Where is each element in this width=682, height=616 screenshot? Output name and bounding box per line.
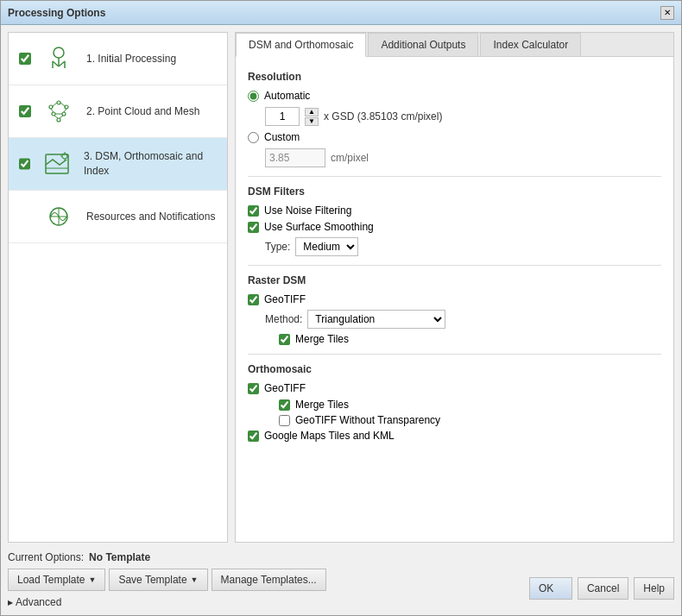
sidebar-item-initial-processing[interactable]: 1. Initial Processing <box>9 33 227 85</box>
svg-line-13 <box>60 103 66 107</box>
tab-bar: DSM and Orthomosaic Additional Outputs I… <box>236 33 673 57</box>
svg-point-10 <box>62 112 66 116</box>
geotiff-no-transparency-row: GeoTIFF Without Transparency <box>279 414 661 426</box>
sidebar: 1. Initial Processing <box>8 32 228 543</box>
merge-tiles-dsm-checkbox[interactable] <box>279 334 290 345</box>
chevron-right-icon: ▶ <box>8 599 13 607</box>
svg-line-15 <box>64 109 66 112</box>
tab-content-dsm: Resolution Automatic ▲ ▼ x GSD (3.85103 … <box>236 57 673 542</box>
window-title: Processing Options <box>8 7 105 19</box>
sidebar-item-resources[interactable]: Resources and Notifications <box>9 191 227 243</box>
merge-tiles-dsm-label[interactable]: Merge Tiles <box>295 333 349 345</box>
svg-line-14 <box>51 109 54 112</box>
dsm-checkbox[interactable] <box>19 158 30 170</box>
noise-filtering-label[interactable]: Use Noise Filtering <box>264 204 351 217</box>
method-label: Method: <box>265 313 302 325</box>
method-row: Method: Triangulation Inverse Distance W… <box>265 310 661 329</box>
custom-radio-row: Custom <box>248 131 661 143</box>
custom-radio[interactable] <box>248 132 259 143</box>
orthomosaic-title: Orthomosaic <box>248 363 661 375</box>
custom-unit: cm/pixel <box>331 152 369 164</box>
svg-point-7 <box>57 101 60 104</box>
automatic-label[interactable]: Automatic <box>264 90 310 102</box>
manage-templates-button[interactable]: Manage Templates... <box>212 569 326 591</box>
help-button[interactable]: Help <box>634 577 674 600</box>
content-area: 1. Initial Processing <box>1 25 681 615</box>
close-button[interactable]: ✕ <box>660 6 674 20</box>
svg-line-2 <box>53 61 59 66</box>
geotiff-ortho-checkbox[interactable] <box>248 383 259 394</box>
button-row: Load Template ▼ Save Template ▼ Manage T… <box>8 569 674 608</box>
merge-tiles-ortho-checkbox[interactable] <box>279 399 290 411</box>
processing-options-window: Processing Options ✕ <box>0 0 682 616</box>
current-options-row: Current Options: No Template <box>8 551 674 563</box>
type-select[interactable]: Smooth Medium Sharp <box>295 237 358 256</box>
save-template-dropdown-icon: ▼ <box>191 575 199 584</box>
merge-tiles-dsm-row: Merge Tiles <box>279 333 661 345</box>
point-cloud-icon <box>41 94 76 129</box>
gsd-value-input[interactable] <box>265 107 300 126</box>
current-options-label: Current Options: <box>8 551 84 563</box>
noise-filtering-row: Use Noise Filtering <box>248 204 661 217</box>
merge-tiles-ortho-row: Merge Tiles <box>279 399 661 411</box>
surface-smoothing-checkbox[interactable] <box>248 222 259 233</box>
tab-additional-outputs[interactable]: Additional Outputs <box>368 33 478 56</box>
tab-dsm-orthomosaic[interactable]: DSM and Orthomosaic <box>236 33 366 57</box>
right-buttons: OK Cancel Help <box>529 577 674 600</box>
ok-button[interactable]: OK <box>529 577 572 600</box>
resources-icon <box>41 199 76 234</box>
svg-point-0 <box>54 47 64 58</box>
svg-line-17 <box>54 116 58 118</box>
geotiff-no-transparency-label[interactable]: GeoTIFF Without Transparency <box>295 414 440 426</box>
surface-smoothing-row: Use Surface Smoothing <box>248 221 661 233</box>
custom-value-row: cm/pixel <box>265 148 661 167</box>
resources-label: Resources and Notifications <box>86 210 215 224</box>
custom-value-input[interactable] <box>265 148 325 167</box>
point-cloud-checkbox[interactable] <box>19 105 31 117</box>
gsd-decrement-btn[interactable]: ▼ <box>305 117 319 126</box>
noise-filtering-checkbox[interactable] <box>248 205 259 217</box>
google-maps-checkbox[interactable] <box>248 431 259 442</box>
automatic-radio[interactable] <box>248 91 259 102</box>
geotiff-dsm-label[interactable]: GeoTIFF <box>264 293 306 305</box>
tab-index-calculator[interactable]: Index Calculator <box>480 33 581 56</box>
geotiff-ortho-label[interactable]: GeoTIFF <box>264 382 306 394</box>
dsm-label: 3. DSM, Orthomosaic and Index <box>84 149 217 179</box>
initial-processing-checkbox[interactable] <box>19 53 31 65</box>
load-template-dropdown-icon: ▼ <box>89 575 97 584</box>
sidebar-item-dsm[interactable]: 3. DSM, Orthomosaic and Index <box>9 138 227 191</box>
svg-point-11 <box>57 118 60 122</box>
merge-tiles-ortho-label[interactable]: Merge Tiles <box>295 399 349 411</box>
title-bar: Processing Options ✕ <box>1 1 681 25</box>
initial-processing-icon <box>41 41 76 76</box>
google-maps-label[interactable]: Google Maps Tiles and KML <box>264 430 395 442</box>
cancel-button[interactable]: Cancel <box>578 577 628 600</box>
resolution-section-title: Resolution <box>248 71 661 83</box>
main-area: 1. Initial Processing <box>8 32 674 543</box>
gsd-text: x GSD (3.85103 cm/pixel) <box>324 110 442 123</box>
type-row: Type: Smooth Medium Sharp <box>265 237 661 256</box>
save-template-button[interactable]: Save Template ▼ <box>109 569 207 591</box>
gsd-increment-btn[interactable]: ▲ <box>305 108 319 116</box>
load-template-button[interactable]: Load Template ▼ <box>8 569 105 591</box>
initial-processing-label: 1. Initial Processing <box>86 52 176 66</box>
sidebar-item-point-cloud[interactable]: 2. Point Cloud and Mesh <box>9 85 227 138</box>
right-panel: DSM and Orthomosaic Additional Outputs I… <box>235 32 674 543</box>
svg-rect-19 <box>46 154 68 173</box>
google-maps-row: Google Maps Tiles and KML <box>248 430 661 442</box>
template-value: No Template <box>89 551 150 563</box>
svg-line-3 <box>59 61 65 66</box>
dsm-icon <box>41 147 73 181</box>
custom-label[interactable]: Custom <box>264 131 300 143</box>
dsm-filters-title: DSM Filters <box>248 185 661 198</box>
gsd-spinner-row: ▲ ▼ x GSD (3.85103 cm/pixel) <box>265 107 661 126</box>
geotiff-dsm-checkbox[interactable] <box>248 294 259 305</box>
surface-smoothing-label[interactable]: Use Surface Smoothing <box>264 221 374 233</box>
advanced-link[interactable]: ▶ Advanced <box>8 596 326 608</box>
type-label: Type: <box>265 241 290 253</box>
method-select[interactable]: Triangulation Inverse Distance Weighting… <box>307 310 445 329</box>
point-cloud-label: 2. Point Cloud and Mesh <box>86 104 199 119</box>
svg-line-12 <box>52 103 57 107</box>
bottom-bar: Current Options: No Template Load Templa… <box>8 548 674 608</box>
geotiff-no-transparency-checkbox[interactable] <box>279 415 290 426</box>
